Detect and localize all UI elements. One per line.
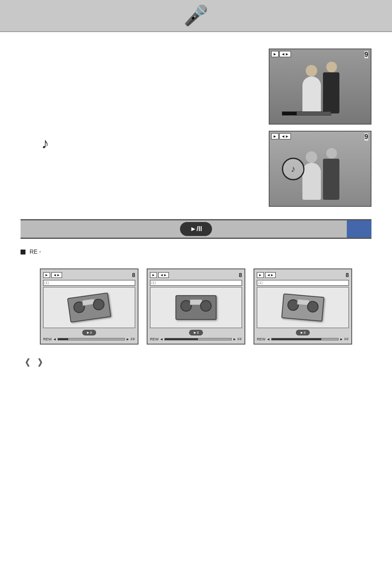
section1-text <box>21 49 269 125</box>
tape-player-3-header: ► ◄► 8 <box>257 272 349 278</box>
tape-1-progress-row: REW ◄ ► FF <box>43 337 135 341</box>
progress-bar-1 <box>282 111 331 116</box>
main-content: ► ◄► 9 ♪ <box>0 32 392 390</box>
cassette-1-label <box>82 298 95 306</box>
tape-3-rew-label: REW ◄ <box>257 337 270 341</box>
photo-frame-1: ► ◄► 9 <box>269 49 371 125</box>
play-pause-button[interactable]: ►/II <box>180 222 212 236</box>
section-text: RE - <box>21 247 371 256</box>
header-banner: 🎤 <box>0 0 392 32</box>
play-badge-1: ► <box>271 51 279 57</box>
tape-1-play-btn[interactable]: ►II <box>82 330 96 335</box>
cassette-2-icon <box>175 295 217 320</box>
tape-3-play-btn[interactable]: ►II <box>296 330 310 335</box>
tape-3-play-badge: ► <box>257 272 264 278</box>
tape-2-number: 8 <box>239 272 242 278</box>
tape-2-play-btn[interactable]: ►II <box>189 330 203 335</box>
tape-section: ► ◄► 8 □□ ►II REW ◄ ► FF <box>21 268 371 345</box>
tape-1-progress-fill <box>58 338 68 340</box>
tape-3-progress-bar <box>271 338 338 340</box>
photo-overlay-2: ► ◄► <box>271 133 291 139</box>
frame-number-1: 9 <box>364 51 368 58</box>
playback-section: ►/II <box>21 219 371 239</box>
music-note-area: ♪ <box>21 131 70 207</box>
tape-2-rew-label: REW ◄ <box>150 337 163 341</box>
tape-3-progress-fill <box>272 338 321 340</box>
tape-2-progress-fill <box>165 338 198 340</box>
next-button[interactable]: 》 <box>38 357 47 369</box>
tape-1-sub-badge: □□ <box>43 280 135 286</box>
bullet-icon <box>21 250 25 254</box>
tape-3-sub-badge: □□ <box>257 280 349 286</box>
prev-button[interactable]: 《 <box>21 357 30 369</box>
tape-2-progress-bar <box>164 338 231 340</box>
tape-2-play-badge: ► <box>150 272 157 278</box>
photo-overlay-1: ► ◄► <box>271 51 291 57</box>
tape-3-rw-badge: ◄► <box>265 272 276 278</box>
tape-player-1: ► ◄► 8 □□ ►II REW ◄ ► FF <box>40 268 138 345</box>
tape-2-controls: ►II <box>150 330 242 335</box>
tape-3-screen <box>257 287 349 328</box>
play-badge-2: ► <box>271 133 279 139</box>
playback-banner: ►/II <box>21 219 371 239</box>
tape-player-2: ► ◄► 8 □□ ►II REW ◄ ► FF <box>147 268 245 345</box>
tape-1-rew-label: REW ◄ <box>43 337 56 341</box>
tape-2-sub-badge: □□ <box>150 280 242 286</box>
tape-1-controls: ►II <box>43 330 135 335</box>
tape-3-number: 8 <box>346 272 349 278</box>
photo-frame-2: ♪ ► ◄► 9 <box>269 131 371 207</box>
music-note-icon: ♪ <box>42 135 49 152</box>
photo-section-1: ► ◄► 9 <box>21 49 371 125</box>
cassette-1-icon <box>67 293 111 323</box>
note-in-circle-icon: ♪ <box>291 164 295 174</box>
tape-player-3: ► ◄► 8 □□ ►II REW ◄ ► FF <box>254 268 352 345</box>
play-pause-label: ►/II <box>190 225 202 233</box>
timer-badge-1: ◄► <box>279 51 291 57</box>
tape-1-progress-bar <box>58 338 125 340</box>
microphone-icon: 🎤 <box>184 4 208 27</box>
tape-3-ff-label: ► FF <box>340 337 349 341</box>
tape-1-ff-label: ► FF <box>126 337 135 341</box>
tape-3-controls: ►II <box>257 330 349 335</box>
frame-number-2: 9 <box>364 133 368 141</box>
tape-3-header-left: ► ◄► <box>257 272 276 278</box>
tape-2-rw-badge: ◄► <box>158 272 169 278</box>
tape-player-2-header: ► ◄► 8 <box>150 272 242 278</box>
tape-2-ff-label: ► FF <box>233 337 242 341</box>
tape-1-play-badge: ► <box>43 272 50 278</box>
blue-stripe-decoration <box>347 220 371 238</box>
tape-1-number: 8 <box>132 272 135 278</box>
play-circle-overlay[interactable]: ♪ <box>282 157 304 180</box>
timer-badge-2: ◄► <box>279 133 291 139</box>
tape-1-rw-badge: ◄► <box>51 272 62 278</box>
tape-player-1-header: ► ◄► 8 <box>43 272 135 278</box>
tape-2-screen <box>150 287 242 328</box>
tape-1-screen <box>43 287 135 328</box>
nav-arrows: 《 》 <box>21 357 371 382</box>
progress-fill-1 <box>282 112 297 115</box>
tape-3-progress-row: REW ◄ ► FF <box>257 337 349 341</box>
cassette-3-label <box>297 299 310 306</box>
tape-2-progress-row: REW ◄ ► FF <box>150 337 242 341</box>
cassette-2-label <box>190 299 202 305</box>
tape-2-header-left: ► ◄► <box>150 272 169 278</box>
cassette-3-icon <box>281 294 325 322</box>
photo-frame-2-container: ♪ ► ◄► 9 <box>269 131 371 207</box>
re-dash-text: RE - <box>30 248 41 255</box>
music-section: ♪ ♪ ► ◄► <box>21 131 371 207</box>
tape-1-header-left: ► ◄► <box>43 272 62 278</box>
